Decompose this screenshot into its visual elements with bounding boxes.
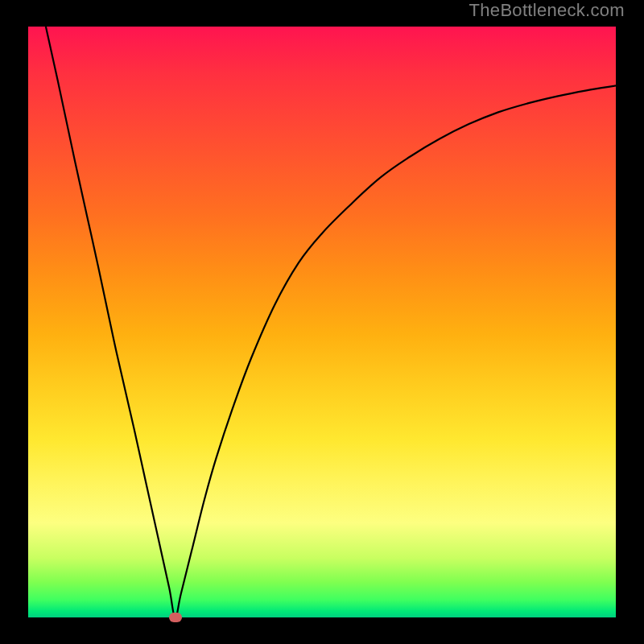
- watermark-text: TheBottleneck.com: [469, 0, 625, 21]
- minimum-marker: [169, 613, 182, 622]
- chart-frame: TheBottleneck.com: [0, 0, 644, 644]
- bottleneck-curve: [28, 27, 616, 617]
- plot-area: [28, 27, 616, 617]
